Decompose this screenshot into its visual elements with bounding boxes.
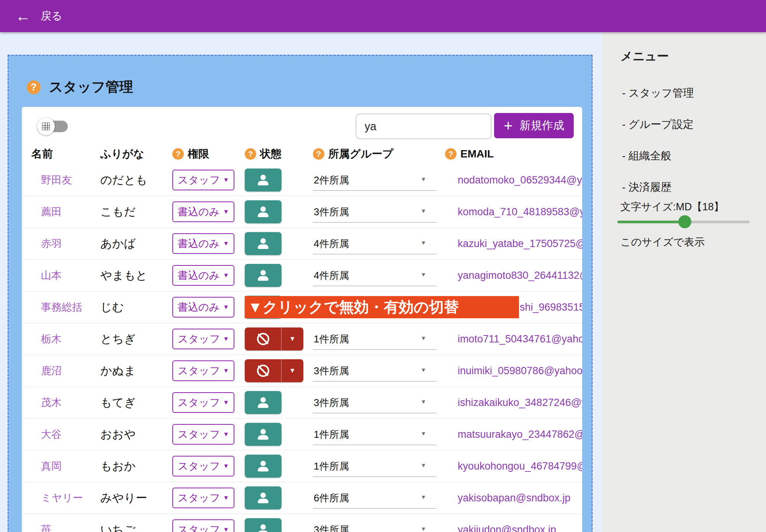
permission-select[interactable]: 書込のみ ▼ bbox=[172, 297, 234, 318]
menu-item-1[interactable]: - グループ設定 bbox=[622, 109, 694, 140]
table-row: 茂木 もてぎ スタッフ ▼ 3件所属 ▼ ishizakaikuko_34827… bbox=[22, 387, 582, 419]
status-active-button[interactable] bbox=[245, 423, 282, 446]
status-disabled-button[interactable]: ▼ bbox=[245, 359, 303, 382]
group-select[interactable]: 3件所属 ▼ bbox=[313, 514, 436, 532]
menu-item-2[interactable]: - 組織全般 bbox=[622, 140, 694, 172]
staff-name-link[interactable]: 赤羽 bbox=[22, 237, 100, 250]
group-select[interactable]: 1件所属 ▼ bbox=[313, 323, 436, 355]
staff-name-link[interactable]: 薦田 bbox=[22, 205, 100, 219]
staff-email-link[interactable]: inuimiki_05980786@yahoo.co. bbox=[445, 365, 582, 377]
chevron-down-icon[interactable]: ▼ bbox=[282, 335, 303, 343]
permission-select[interactable]: 書込のみ ▼ bbox=[172, 265, 234, 286]
permission-select[interactable]: 書込のみ ▼ bbox=[172, 233, 234, 254]
status-active-button[interactable] bbox=[245, 200, 282, 223]
permission-cell: スタッフ ▼ bbox=[172, 488, 245, 508]
group-select[interactable]: 3件所属 ▼ bbox=[313, 355, 436, 386]
slider-thumb[interactable] bbox=[678, 215, 691, 228]
menu-item-3[interactable]: - 決済履歴 bbox=[622, 172, 694, 203]
status-cell bbox=[245, 200, 313, 223]
group-underline bbox=[313, 254, 436, 254]
permission-cell: 書込のみ ▼ bbox=[172, 233, 245, 254]
group-select[interactable]: 4件所属 ▼ bbox=[313, 228, 436, 259]
chevron-down-icon: ▼ bbox=[223, 367, 229, 374]
group-value: 6件所属 bbox=[314, 491, 349, 505]
status-active-button[interactable] bbox=[245, 455, 282, 478]
staff-name-link[interactable]: 鹿沼 bbox=[22, 364, 100, 378]
staff-name-link[interactable]: 真岡 bbox=[22, 459, 100, 473]
chevron-down-icon[interactable]: ▼ bbox=[282, 367, 303, 375]
permission-value: 書込のみ bbox=[178, 300, 219, 314]
status-active-button[interactable] bbox=[245, 232, 282, 255]
create-new-button[interactable]: + 新規作成 bbox=[494, 113, 574, 138]
permission-cell: スタッフ ▼ bbox=[172, 392, 245, 413]
permission-value: スタッフ bbox=[178, 364, 220, 378]
back-button[interactable]: ← 戻る bbox=[15, 8, 62, 24]
group-value: 4件所属 bbox=[314, 269, 349, 282]
staff-email-link[interactable]: komoda_710_48189583@yaho bbox=[445, 206, 582, 218]
chevron-down-icon: ▼ bbox=[223, 240, 229, 247]
staff-name-link[interactable]: 山本 bbox=[22, 268, 100, 282]
status-active-button[interactable] bbox=[245, 169, 282, 192]
permission-select[interactable]: スタッフ ▼ bbox=[172, 329, 234, 349]
group-select[interactable]: 1件所属 ▼ bbox=[313, 450, 436, 482]
permission-select[interactable]: スタッフ ▼ bbox=[172, 424, 234, 445]
group-select[interactable]: 1件所属 ▼ bbox=[313, 419, 436, 450]
staff-email-link[interactable]: yakijudon@sndbox.jp bbox=[445, 524, 582, 532]
status-cell: ▼ bbox=[245, 327, 313, 350]
staff-name-link[interactable]: 野田友 bbox=[22, 173, 100, 187]
group-value: 4件所属 bbox=[314, 237, 349, 250]
permission-value: 書込のみ bbox=[178, 205, 219, 219]
staff-furigana: やまもと bbox=[100, 268, 172, 283]
staff-email-link[interactable]: ishizakaikuko_34827246@yah bbox=[445, 397, 582, 409]
header-name: 名前 bbox=[22, 147, 100, 161]
help-icon[interactable]: ? bbox=[313, 148, 324, 160]
permission-cell: スタッフ ▼ bbox=[172, 519, 245, 532]
group-select[interactable]: 3件所属 ▼ bbox=[313, 387, 436, 418]
staff-furigana: とちぎ bbox=[100, 331, 172, 347]
help-icon[interactable]: ? bbox=[245, 148, 256, 160]
font-size-slider[interactable] bbox=[617, 215, 750, 228]
permission-select[interactable]: スタッフ ▼ bbox=[172, 519, 234, 532]
menu-item-0[interactable]: - スタッフ管理 bbox=[622, 77, 694, 109]
permission-select[interactable]: スタッフ ▼ bbox=[172, 456, 234, 476]
permission-select[interactable]: スタッフ ▼ bbox=[172, 170, 234, 190]
staff-email-link[interactable]: nodatomoko_06529344@yaho bbox=[445, 174, 582, 186]
group-select[interactable]: 4件所属 ▼ bbox=[313, 260, 436, 291]
table-row: 真岡 もおか スタッフ ▼ 1件所属 ▼ kyoukohongou_467847… bbox=[22, 450, 582, 482]
staff-name-link[interactable]: 苺 bbox=[22, 523, 100, 532]
chevron-down-icon: ▼ bbox=[223, 272, 229, 279]
status-active-button[interactable] bbox=[245, 264, 282, 287]
grid-icon bbox=[42, 123, 50, 130]
staff-name-link[interactable]: 栃木 bbox=[22, 332, 100, 346]
status-active-button[interactable] bbox=[245, 518, 282, 532]
staff-email-link[interactable]: yakisobapan@sndbox.jp bbox=[445, 492, 582, 504]
staff-email-link[interactable]: imoto711_50434761@yahoo.c bbox=[445, 333, 582, 345]
help-icon[interactable]: ? bbox=[27, 80, 41, 94]
permission-cell: スタッフ ▼ bbox=[172, 170, 245, 190]
permission-select[interactable]: 書込のみ ▼ bbox=[172, 201, 234, 222]
permission-select[interactable]: スタッフ ▼ bbox=[172, 392, 234, 413]
staff-name-link[interactable]: 事務総括 bbox=[22, 300, 100, 314]
staff-email-link[interactable]: kyoukohongou_46784799@yah bbox=[445, 460, 582, 472]
search-input[interactable] bbox=[356, 120, 509, 133]
staff-name-link[interactable]: 大谷 bbox=[22, 427, 100, 441]
staff-name-link[interactable]: 茂木 bbox=[22, 396, 100, 409]
staff-name-link[interactable]: ミヤリー bbox=[22, 491, 100, 505]
permission-select[interactable]: スタッフ ▼ bbox=[172, 488, 234, 508]
help-icon[interactable]: ? bbox=[445, 148, 457, 160]
help-icon[interactable]: ? bbox=[172, 148, 184, 160]
status-disabled-button[interactable]: ▼ bbox=[245, 327, 303, 350]
staff-email-link[interactable]: matsuurakayo_23447862@gm bbox=[445, 429, 582, 440]
staff-email-link[interactable]: kazuki_yatabe_17505725@hot bbox=[445, 238, 582, 250]
status-active-button[interactable] bbox=[245, 486, 282, 509]
group-value: 3件所属 bbox=[314, 396, 349, 409]
chevron-down-icon: ▼ bbox=[421, 430, 426, 437]
staff-email-link[interactable]: yanagimoto830_26441132@gr bbox=[445, 270, 582, 282]
group-value: 3件所属 bbox=[314, 364, 349, 378]
group-select[interactable]: 3件所属 ▼ bbox=[313, 196, 436, 228]
group-select[interactable]: 6件所属 ▼ bbox=[313, 482, 436, 514]
table-view-toggle[interactable] bbox=[37, 118, 69, 135]
group-select[interactable]: 2件所属 ▼ bbox=[313, 164, 436, 196]
status-active-button[interactable] bbox=[245, 391, 282, 414]
permission-select[interactable]: スタッフ ▼ bbox=[172, 360, 234, 381]
